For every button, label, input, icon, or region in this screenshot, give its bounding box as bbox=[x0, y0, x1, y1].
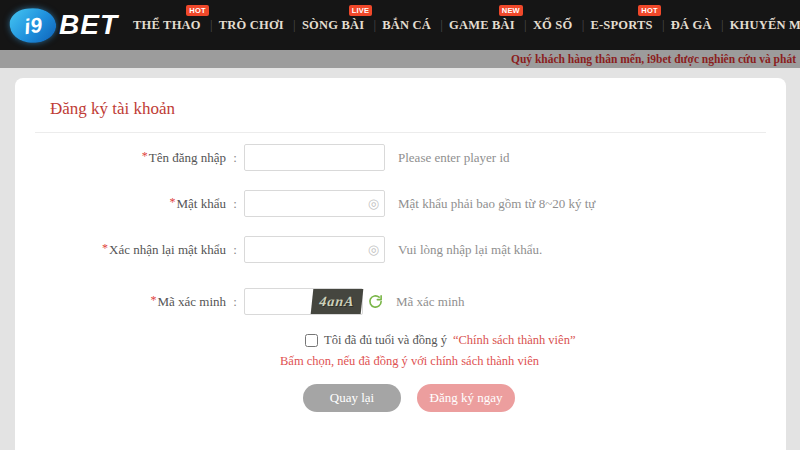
required-asterisk: * bbox=[170, 195, 176, 209]
colon: : bbox=[226, 242, 244, 258]
hot-badge: HOT bbox=[638, 5, 660, 16]
nav-item-tro-choi[interactable]: TRÒ CHƠI bbox=[210, 0, 293, 50]
nav-item-song-bai[interactable]: SÒNG BÀI LIVE bbox=[293, 0, 373, 50]
eye-toggle-icon[interactable]: ◎ bbox=[368, 197, 379, 210]
form-row-username: *Tên đăng nhập : Please enter player id bbox=[15, 144, 786, 171]
nav-item-game-bai[interactable]: GAME BÀI NEW bbox=[440, 0, 524, 50]
nav-item-label: BẮN CÁ bbox=[382, 18, 431, 33]
required-asterisk: * bbox=[150, 293, 156, 307]
logo-bet-text: BET bbox=[59, 9, 118, 41]
confirm-password-hint: Vui lòng nhập lại mật khẩu. bbox=[398, 242, 542, 258]
policy-link[interactable]: “Chính sách thành viên” bbox=[453, 333, 576, 348]
nav-item-da-ga[interactable]: ĐÁ GÀ bbox=[662, 0, 721, 50]
username-hint: Please enter player id bbox=[398, 150, 510, 166]
form-row-captcha: *Mã xác minh : 4anA Mã xác minh bbox=[15, 288, 786, 315]
confirm-password-input[interactable] bbox=[245, 237, 368, 262]
agreement-checkbox[interactable] bbox=[305, 334, 318, 347]
title-divider bbox=[35, 132, 766, 133]
top-navbar: i9 BET THỂ THAO HOT TRÒ CHƠI SÒNG BÀI LI… bbox=[0, 0, 800, 50]
colon: : bbox=[226, 150, 244, 166]
password-label: Mật khẩu bbox=[177, 196, 226, 211]
captcha-label: Mã xác minh bbox=[157, 294, 226, 309]
register-card: Đăng ký tài khoản *Tên đăng nhập : Pleas… bbox=[15, 78, 786, 450]
password-input[interactable] bbox=[245, 191, 368, 216]
nav-item-label: TRÒ CHƠI bbox=[219, 18, 284, 33]
button-row: Quay lại Đăng ký ngay bbox=[303, 384, 786, 412]
live-badge: LIVE bbox=[349, 5, 372, 16]
nav-item-label: KHUYẾN MÃI bbox=[730, 18, 800, 33]
password-hint: Mật khẩu phải bao gồm từ 8~20 ký tự bbox=[398, 196, 595, 212]
logo-gem-icon: i9 bbox=[8, 4, 58, 45]
username-label: Tên đăng nhập bbox=[149, 150, 226, 165]
new-badge: NEW bbox=[499, 5, 523, 16]
agreement-helper-text: Bấm chọn, nếu đã đồng ý với chính sách t… bbox=[280, 354, 786, 369]
nav-item-label: SÒNG BÀI bbox=[302, 18, 364, 33]
hot-badge: HOT bbox=[186, 5, 208, 16]
nav-item-label: ĐÁ GÀ bbox=[671, 18, 712, 33]
logo-i9: i9 bbox=[23, 12, 44, 38]
nav-item-xo-so[interactable]: XỔ SỐ bbox=[524, 0, 582, 50]
nav-item-khuyen-mai[interactable]: KHUYẾN MÃI HOT bbox=[721, 0, 800, 50]
announcement-text: Quý khách hàng thân mến, i9bet được nghi… bbox=[511, 53, 796, 65]
announcement-bar: Quý khách hàng thân mến, i9bet được nghi… bbox=[0, 50, 800, 68]
captcha-hint: Mã xác minh bbox=[396, 294, 465, 310]
nav-item-label: E-SPORTS bbox=[590, 18, 652, 33]
colon: : bbox=[226, 196, 244, 212]
refresh-captcha-icon[interactable] bbox=[368, 294, 383, 309]
agreement-row: Tôi đã đủ tuổi và đồng ý “Chính sách thà… bbox=[305, 333, 786, 348]
colon: : bbox=[226, 294, 244, 310]
eye-toggle-icon[interactable]: ◎ bbox=[368, 243, 379, 256]
form-row-password: *Mật khẩu : ◎ Mật khẩu phải bao gồm từ 8… bbox=[15, 190, 786, 217]
main-menu: THỂ THAO HOT TRÒ CHƠI SÒNG BÀI LIVE BẮN … bbox=[124, 0, 800, 50]
required-asterisk: * bbox=[142, 149, 148, 163]
back-button[interactable]: Quay lại bbox=[303, 384, 401, 412]
required-asterisk: * bbox=[102, 241, 108, 255]
nav-item-esports[interactable]: E-SPORTS HOT bbox=[581, 0, 661, 50]
page-title: Đăng ký tài khoản bbox=[50, 99, 786, 119]
form-row-confirm-password: *Xác nhận lại mật khẩu : ◎ Vui lòng nhập… bbox=[15, 236, 786, 263]
register-form: *Tên đăng nhập : Please enter player id … bbox=[15, 144, 786, 315]
username-input[interactable] bbox=[245, 145, 384, 170]
nav-item-ban-ca[interactable]: BẮN CÁ bbox=[373, 0, 440, 50]
nav-item-label: GAME BÀI bbox=[449, 18, 515, 33]
logo[interactable]: i9 BET bbox=[10, 8, 118, 43]
confirm-password-label: Xác nhận lại mật khẩu bbox=[109, 242, 226, 257]
captcha-image[interactable]: 4anA bbox=[311, 289, 364, 314]
nav-item-label: XỔ SỐ bbox=[533, 18, 573, 33]
nav-item-the-thao[interactable]: THỂ THAO HOT bbox=[124, 0, 210, 50]
nav-item-label: THỂ THAO bbox=[133, 18, 201, 33]
agreement-text: Tôi đã đủ tuổi và đồng ý bbox=[324, 333, 447, 348]
submit-button[interactable]: Đăng ký ngay bbox=[417, 384, 515, 412]
